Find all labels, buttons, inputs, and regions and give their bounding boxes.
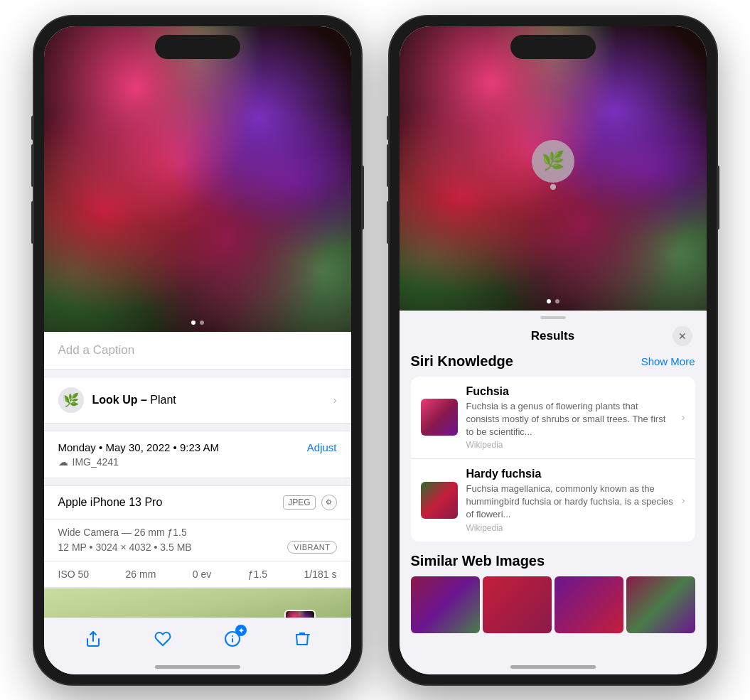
- fuchsia-title: Fuchsia: [466, 385, 673, 398]
- home-indicator-2: [510, 665, 596, 669]
- lookup-plant-icon: 🌿: [58, 387, 84, 413]
- similar-img-3[interactable]: [555, 576, 623, 633]
- dynamic-island-1: [155, 35, 240, 59]
- camera-spec-2: 12 MP • 3024 × 4032 • 3.5 MB VIBRANT: [58, 541, 337, 554]
- similar-images-grid: [411, 576, 695, 633]
- visual-lookup-bubble[interactable]: 🌿: [532, 140, 574, 183]
- phone-1: Add a Caption 🌿 Look Up – Plant › Monday…: [34, 16, 361, 684]
- format-badge: JPEG: [283, 495, 315, 510]
- lookup-label: Look Up – Plant: [92, 394, 176, 406]
- exif-shutter: 1/181 s: [304, 569, 337, 580]
- lookup-dot: [550, 184, 556, 190]
- hardy-title: Hardy fuchsia: [466, 468, 673, 480]
- siri-knowledge-section: Siri Knowledge Show More Fuchsia Fuchsia…: [400, 353, 707, 542]
- hardy-desc: Fuchsia magellanica, commonly known as t…: [466, 483, 673, 522]
- dot-1: [191, 321, 195, 325]
- hardy-source: Wikipedia: [466, 523, 673, 533]
- exif-aperture: ƒ1.5: [248, 569, 267, 580]
- knowledge-card: Fuchsia Fuchsia is a genus of flowering …: [411, 377, 695, 542]
- caption-field[interactable]: Add a Caption: [44, 332, 351, 370]
- date-row: Monday • May 30, 2022 • 9:23 AM Adjust: [58, 441, 337, 453]
- fuchsia-thumbnail: [421, 399, 458, 436]
- similar-section: Similar Web Images: [400, 542, 707, 633]
- knowledge-text-fuchsia: Fuchsia Fuchsia is a genus of flowering …: [466, 385, 673, 451]
- hardy-thumbnail: [421, 482, 458, 519]
- similar-img-1[interactable]: [411, 576, 480, 633]
- volume-down-button-2: [387, 201, 390, 244]
- delete-button[interactable]: [288, 625, 316, 653]
- results-panel[interactable]: Results ✕ Siri Knowledge Show More: [400, 311, 707, 674]
- exif-row: ISO 50 26 mm 0 ev ƒ1.5 1/181 s: [44, 561, 351, 588]
- hardy-chevron-icon: ›: [682, 495, 685, 506]
- volume-down-button: [31, 201, 34, 244]
- similar-img-4[interactable]: [626, 576, 695, 633]
- lookup-chevron-icon: ›: [333, 394, 337, 406]
- siri-knowledge-title: Siri Knowledge: [411, 353, 513, 370]
- device-row: Apple iPhone 13 Pro JPEG ⚙: [44, 486, 351, 519]
- vibrant-badge: VIBRANT: [287, 541, 336, 554]
- filename: IMG_4241: [73, 456, 119, 468]
- device-name: Apple iPhone 13 Pro: [58, 496, 163, 509]
- dot-2-2: [555, 299, 559, 303]
- lookup-row[interactable]: 🌿 Look Up – Plant ›: [44, 377, 351, 424]
- power-button: [361, 166, 364, 230]
- phone2-content: 🌿 Results ✕ Siri Knowledge: [400, 26, 707, 674]
- photo-area-2: 🌿: [400, 26, 707, 311]
- favorite-button[interactable]: [149, 625, 177, 653]
- volume-up-button-2: [387, 144, 390, 187]
- info-button[interactable]: ✦: [218, 625, 247, 653]
- dot-1-2: [547, 299, 551, 303]
- phone1-content: Add a Caption 🌿 Look Up – Plant › Monday…: [44, 26, 351, 674]
- settings-icon[interactable]: ⚙: [321, 495, 337, 510]
- exif-ev: 0 ev: [193, 569, 211, 580]
- knowledge-item-hardy[interactable]: Hardy fuchsia Fuchsia magellanica, commo…: [411, 459, 695, 542]
- photo-dots: [191, 321, 204, 325]
- power-button-2: [717, 166, 719, 230]
- photo-date: Monday • May 30, 2022 • 9:23 AM: [58, 441, 219, 453]
- photo-dots-2: [547, 299, 559, 303]
- share-button[interactable]: [79, 625, 107, 653]
- camera-specs: Wide Camera — 26 mm ƒ1.5 12 MP • 3024 × …: [44, 519, 351, 561]
- show-more-button[interactable]: Show More: [641, 355, 695, 367]
- flower-photo-1: [44, 26, 351, 332]
- knowledge-text-hardy: Hardy fuchsia Fuchsia magellanica, commo…: [466, 468, 673, 533]
- fuchsia-desc: Fuchsia is a genus of flowering plants t…: [466, 400, 673, 439]
- similar-img-2[interactable]: [483, 576, 552, 633]
- phone-screen-1: Add a Caption 🌿 Look Up – Plant › Monday…: [44, 26, 351, 674]
- info-badge: ✦: [235, 625, 247, 636]
- home-indicator-1: [155, 665, 240, 669]
- silent-switch-2: [387, 116, 390, 140]
- fuchsia-source: Wikipedia: [466, 440, 673, 450]
- cloud-icon: ☁: [58, 456, 68, 468]
- exif-focal: 26 mm: [126, 569, 156, 580]
- exif-iso: ISO 50: [58, 569, 90, 580]
- close-button[interactable]: ✕: [673, 326, 692, 346]
- device-badges: JPEG ⚙: [283, 495, 336, 510]
- silent-switch: [31, 116, 34, 140]
- photo-area-1: [44, 26, 351, 332]
- volume-up-button: [31, 144, 34, 187]
- camera-spec-1: Wide Camera — 26 mm ƒ1.5: [58, 527, 337, 538]
- results-title: Results: [531, 329, 574, 343]
- dot-2: [200, 321, 204, 325]
- filename-row: ☁ IMG_4241: [58, 456, 337, 468]
- dynamic-island-2: [510, 35, 596, 59]
- knowledge-item-fuchsia[interactable]: Fuchsia Fuchsia is a genus of flowering …: [411, 377, 695, 460]
- similar-title: Similar Web Images: [411, 553, 695, 569]
- caption-placeholder[interactable]: Add a Caption: [58, 343, 135, 357]
- adjust-button[interactable]: Adjust: [307, 441, 337, 453]
- fuchsia-chevron-icon: ›: [682, 411, 685, 423]
- meta-section: Monday • May 30, 2022 • 9:23 AM Adjust ☁…: [44, 431, 351, 478]
- device-section: Apple iPhone 13 Pro JPEG ⚙ Wide Camera —…: [44, 485, 351, 588]
- siri-header: Siri Knowledge Show More: [411, 353, 695, 370]
- results-header: Results ✕: [400, 319, 707, 353]
- phone-screen-2: 🌿 Results ✕ Siri Knowledge: [400, 26, 707, 674]
- phone-2: 🌿 Results ✕ Siri Knowledge: [390, 16, 717, 684]
